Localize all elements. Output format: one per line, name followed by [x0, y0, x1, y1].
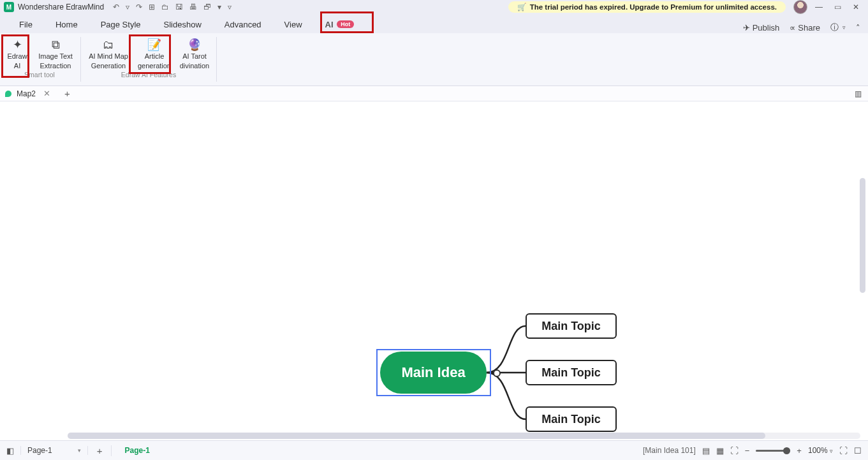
node-main-topic-2[interactable]: Main Topic [526, 360, 617, 385]
quick-access-toolbar: ↶ ▿ ↷ ⊞ 🗀 🖫 🖶 🗗 ▾ ▿ [113, 3, 232, 11]
menu-ai[interactable]: AI Hot [314, 16, 366, 33]
ribbon-image-text-extraction[interactable]: ⧉ Image Text Extraction [33, 34, 78, 70]
ribbon-ai-tarot-divination[interactable]: 🔮 AI Tarot divination [175, 34, 214, 70]
zoom-slider[interactable] [756, 450, 790, 452]
export-icon[interactable]: 🗗 [203, 3, 211, 11]
menu-page-style[interactable]: Page Style [89, 16, 152, 33]
menu-ai-label: AI [325, 20, 334, 29]
collapse-ribbon-button[interactable]: ˄ [856, 23, 860, 33]
ai-mind-map-icon: 🗂 [101, 38, 116, 51]
active-page-tab[interactable]: Page-1 [112, 446, 162, 455]
menu-advanced[interactable]: Advanced [213, 16, 273, 33]
edraw-ai-icon: ✦ [10, 38, 25, 51]
ai-tarot-icon: 🔮 [187, 38, 202, 51]
qat-overflow-icon[interactable]: ▿ [228, 3, 232, 11]
zoom-in-button[interactable]: + [797, 446, 802, 456]
fullscreen-icon[interactable]: ⛶ [839, 446, 848, 456]
ribbon-group-smart-tool: ✦ Edraw AI ⧉ Image Text Extraction Smart… [0, 33, 79, 85]
ribbon-article-generation[interactable]: 📝 Article generation [133, 34, 175, 70]
outline-view-icon[interactable]: ▤ [702, 446, 710, 456]
new-icon[interactable]: ⊞ [149, 3, 155, 11]
zoom-out-button[interactable]: − [745, 446, 750, 456]
zoom-slider-thumb[interactable] [783, 447, 790, 454]
minimize-panel-icon[interactable]: ☐ [854, 446, 862, 456]
export-drop-icon[interactable]: ▾ [217, 3, 221, 11]
mindmap-canvas[interactable]: Main Idea Main Topic Main Topic Main Top… [0, 101, 868, 440]
horizontal-scrollbar-thumb[interactable] [68, 433, 765, 439]
doc-tab-icon [5, 91, 11, 97]
panel-toggle-button[interactable]: ▥ [855, 89, 868, 98]
horizontal-scrollbar-track[interactable] [68, 433, 860, 439]
ribbon: ✦ Edraw AI ⧉ Image Text Extraction Smart… [0, 33, 868, 86]
redo-icon[interactable]: ↷ [136, 3, 142, 11]
print-icon[interactable]: 🖶 [189, 3, 197, 11]
menu-bar: File Home Page Style Slideshow Advanced … [0, 14, 868, 33]
doc-tab-label: Map2 [17, 89, 36, 98]
ribbon-group-ai-features: 🗂 AI Mind Map Generation 📝 Article gener… [82, 33, 215, 85]
menu-slideshow[interactable]: Slideshow [152, 16, 213, 33]
close-tab-icon[interactable]: ✕ [41, 89, 53, 98]
open-icon[interactable]: 🗀 [161, 3, 169, 11]
trial-banner[interactable]: 🛒 The trial period has expired. Upgrade … [508, 1, 786, 13]
sidebar-icon: ◧ [6, 446, 14, 456]
undo-drop-icon[interactable]: ▿ [126, 3, 129, 11]
help-button[interactable]: ⓘ▿ [830, 22, 846, 33]
app-title: Wondershare EdrawMind [18, 3, 104, 11]
add-page-button[interactable]: + [88, 445, 112, 456]
hot-badge: Hot [337, 20, 354, 28]
save-icon[interactable]: 🖫 [175, 3, 183, 11]
user-avatar[interactable] [793, 0, 807, 14]
document-tab-map2[interactable]: Map2 ✕ [3, 89, 59, 98]
page-view-icon[interactable]: ▦ [716, 446, 724, 456]
ribbon-group-label-ai-features: Edraw AI Features [121, 71, 176, 78]
page-selector[interactable]: Page-1 ▾ [20, 446, 88, 455]
add-tab-button[interactable]: + [59, 88, 75, 99]
ribbon-edraw-ai[interactable]: ✦ Edraw AI [1, 34, 33, 70]
status-bar: ◧ Page-1 ▾ + Page-1 [Main Idea 101] ▤ ▦ … [0, 440, 868, 460]
cart-icon: 🛒 [517, 3, 526, 11]
app-logo: M [4, 2, 14, 12]
node-main-topic-3[interactable]: Main Topic [526, 406, 617, 432]
ribbon-group-label-smart-tool: Smart tool [24, 71, 55, 78]
menu-home[interactable]: Home [44, 16, 89, 33]
fit-page-icon[interactable]: ⛶ [730, 446, 739, 456]
document-tab-strip: Map2 ✕ + ▥ [0, 86, 868, 101]
selection-info: [Main Idea 101] [643, 446, 696, 455]
sidebar-toggle[interactable]: ◧ [0, 446, 20, 456]
ribbon-ai-mind-map-generation[interactable]: 🗂 AI Mind Map Generation [84, 34, 133, 70]
page-selector-label: Page-1 [27, 446, 52, 455]
maximize-button[interactable]: ▭ [834, 3, 841, 11]
publish-icon: ✈ [743, 23, 750, 33]
zoom-level[interactable]: 100% ▿ [808, 446, 833, 455]
menu-file[interactable]: File [8, 16, 44, 33]
share-button[interactable]: ∝Share [790, 23, 820, 33]
title-bar: M Wondershare EdrawMind ↶ ▿ ↷ ⊞ 🗀 🖫 🖶 🗗 … [0, 0, 868, 14]
minimize-button[interactable]: — [815, 3, 823, 11]
undo-icon[interactable]: ↶ [113, 3, 119, 11]
image-text-extraction-icon: ⧉ [48, 38, 63, 51]
publish-button[interactable]: ✈Publish [743, 23, 780, 33]
expand-collapse-handle[interactable] [493, 369, 501, 377]
close-button[interactable]: ✕ [853, 3, 859, 11]
node-main-idea[interactable]: Main Idea [380, 352, 487, 394]
menu-view[interactable]: View [273, 16, 314, 33]
article-generation-icon: 📝 [147, 38, 162, 51]
page-selector-caret-icon: ▾ [78, 447, 81, 454]
trial-banner-text: The trial period has expired. Upgrade to… [530, 3, 777, 11]
vertical-scrollbar[interactable] [860, 178, 865, 293]
node-main-topic-1[interactable]: Main Topic [526, 313, 617, 339]
share-icon: ∝ [790, 23, 795, 33]
